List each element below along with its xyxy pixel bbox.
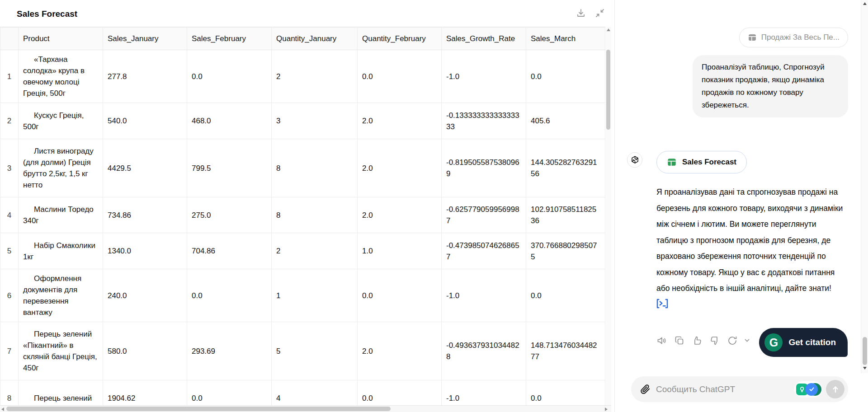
cell-sales_february: 0.0 — [187, 50, 272, 103]
cell-sales_january: 1904.62 — [103, 380, 187, 406]
cell-product: «Тархана солодка» крупа в овечому молоці… — [19, 50, 103, 103]
cell-quantity_february: 0.0 — [358, 380, 442, 406]
cell-sales_january: 540.0 — [103, 103, 187, 139]
thumbs-up-icon — [692, 335, 703, 346]
cell-sales_march: 144.30528276329156 — [526, 139, 605, 197]
thumbs-down-icon — [709, 335, 720, 346]
cell-sales_march: 0.0 — [526, 50, 605, 103]
get-citation-button[interactable]: G Get citation — [759, 328, 848, 357]
column-header-Sales_February: Sales_February — [187, 28, 272, 50]
regenerate-button[interactable] — [727, 335, 738, 346]
collapse-icon — [594, 8, 605, 19]
scroll-right-arrow-icon[interactable] — [605, 407, 608, 411]
cell-quantity_january: 5 — [272, 322, 358, 380]
cell-quantity_february: 2.0 — [358, 139, 442, 197]
speaker-icon — [656, 335, 667, 346]
cell-quantity_january: 8 — [272, 139, 358, 197]
copy-button[interactable] — [674, 335, 685, 346]
cell-product: Перець зелений — [19, 380, 103, 406]
file-chip-label: Продажі За Весь Пе... — [761, 33, 840, 42]
cell-product: Кускус Греція, 500г — [19, 103, 103, 139]
cell-product: Набір Смаколики 1кг — [19, 233, 103, 269]
column-header-Sales_Growth_Rate: Sales_Growth_Rate — [442, 28, 526, 50]
panel-divider — [614, 0, 615, 412]
column-header-Quantity_January: Quantity_January — [272, 28, 358, 50]
table-row: 5Набір Смаколики 1кг1340.0704.8621.0-0.4… — [0, 233, 605, 269]
cell-quantity_february: 2.0 — [358, 197, 442, 233]
vertical-scroll-thumb[interactable] — [606, 50, 610, 130]
download-button[interactable] — [575, 7, 587, 19]
table-row: 3Листя винограду (для долми) Греція брут… — [0, 139, 605, 197]
table-row: 6Оформлення документів для перевезення в… — [0, 269, 605, 322]
table-icon — [667, 157, 677, 167]
cell-sales_growth_rate: -0.8195055875380969 — [442, 139, 526, 197]
cell-sales_january: 277.8 — [103, 50, 187, 103]
message-actions — [656, 335, 750, 346]
cell-quantity_february: 2.0 — [358, 103, 442, 139]
cell-sales_growth_rate: -1.0 — [442, 269, 526, 322]
cell-quantity_january: 4 — [272, 380, 358, 406]
cell-sales_january: 240.0 — [103, 269, 187, 322]
cell-sales_february: 0.0 — [187, 380, 272, 406]
composer-bar[interactable] — [631, 376, 848, 402]
thumbs-down-button[interactable] — [709, 335, 720, 346]
column-header-Product: Product — [19, 28, 103, 50]
row-number: 4 — [0, 197, 19, 233]
table-row: 7Перець зелений «Пікантний» в скляній ба… — [0, 322, 605, 380]
table-row: 8Перець зелений1904.620.040.0-1.00.0 — [0, 380, 605, 406]
cell-sales_january: 580.0 — [103, 322, 187, 380]
cell-quantity_february: 0.0 — [358, 50, 442, 103]
column-header-Sales_March: Sales_March — [526, 28, 605, 50]
thumbs-up-button[interactable] — [692, 335, 703, 346]
column-header-Quantity_February: Quantity_February — [358, 28, 442, 50]
table-vertical-scrollbar[interactable] — [606, 27, 611, 405]
copy-icon — [674, 335, 685, 346]
cell-sales_february: 275.0 — [187, 197, 272, 233]
row-number: 7 — [0, 322, 19, 380]
regenerate-icon — [727, 335, 738, 346]
artifact-label: Sales Forecast — [682, 158, 736, 167]
send-button[interactable] — [826, 380, 844, 398]
cell-sales_growth_rate: -0.6257790599569987 — [442, 197, 526, 233]
scroll-down-arrow-icon[interactable] — [863, 367, 867, 370]
data-table: ProductSales_JanuarySales_FebruaryQuanti… — [0, 27, 605, 405]
more-options-button[interactable] — [745, 335, 750, 346]
read-aloud-button[interactable] — [656, 335, 667, 346]
cell-product: Листя винограду (для долми) Греція брутт… — [19, 139, 103, 197]
cell-sales_growth_rate: -0.4936379310344828 — [442, 322, 526, 380]
cell-sales_march: 405.6 — [526, 103, 605, 139]
check-icon[interactable] — [805, 383, 818, 396]
assistant-message: Я проаналізував дані та спрогнозував про… — [656, 184, 849, 310]
horizontal-scroll-thumb[interactable] — [6, 407, 391, 411]
cell-sales_february: 468.0 — [187, 103, 272, 139]
row-number: 1 — [0, 50, 19, 103]
attached-file-chip[interactable]: Продажі За Весь Пе... — [739, 28, 848, 47]
cell-sales_growth_rate: -1.0 — [442, 50, 526, 103]
paperclip-icon[interactable] — [639, 384, 651, 395]
row-number: 5 — [0, 233, 19, 269]
cell-sales_march: 0.0 — [526, 380, 605, 406]
terminal-icon — [656, 299, 668, 309]
cell-sales_growth_rate: -0.13333333333333333 — [442, 103, 526, 139]
chat-scroll-thumb[interactable] — [863, 337, 867, 365]
scroll-left-arrow-icon[interactable] — [1, 407, 4, 411]
scroll-up-arrow-icon[interactable] — [607, 28, 610, 31]
table-horizontal-scrollbar[interactable] — [0, 405, 611, 412]
collapse-button[interactable] — [594, 7, 606, 19]
user-message-text: Проаналізуй таблицю, Спрогнозуй показник… — [702, 63, 825, 109]
cell-quantity_january: 1 — [272, 269, 358, 322]
table-header-row: ProductSales_JanuarySales_FebruaryQuanti… — [0, 28, 605, 50]
view-analysis-button[interactable] — [656, 299, 669, 310]
composer-input[interactable] — [656, 384, 794, 394]
cell-sales_march: 148.71347603448277 — [526, 322, 605, 380]
scroll-up-arrow-icon[interactable] — [863, 2, 867, 5]
get-citation-label: Get citation — [788, 337, 836, 347]
row-number: 3 — [0, 139, 19, 197]
grammarly-widget[interactable] — [794, 381, 822, 398]
cell-sales_january: 4429.5 — [103, 139, 187, 197]
chat-scrollbar[interactable] — [861, 0, 868, 373]
cell-quantity_february: 2.0 — [358, 322, 442, 380]
artifact-button[interactable]: Sales Forecast — [656, 151, 747, 173]
grammarly-icon: G — [764, 333, 783, 351]
user-message-bubble: Проаналізуй таблицю, Спрогнозуй показник… — [693, 55, 848, 117]
